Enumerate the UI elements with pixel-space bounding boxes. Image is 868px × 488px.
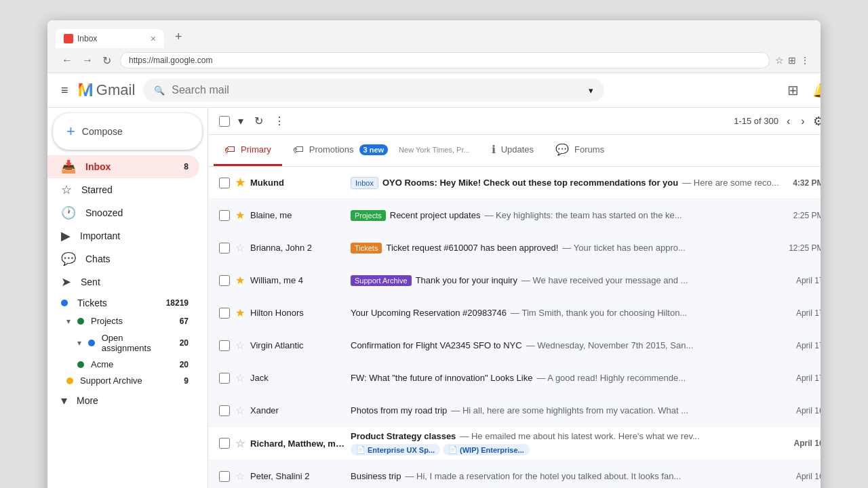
tab-promotions[interactable]: 🏷 Promotions 3 new New York Times, Pr... bbox=[282, 135, 481, 166]
browser-menu-btn[interactable]: ⋮ bbox=[800, 55, 810, 66]
email-time: April 17 bbox=[790, 341, 821, 350]
back-btn[interactable]: ← bbox=[58, 53, 76, 68]
search-dropdown-icon[interactable]: ▾ bbox=[589, 85, 593, 96]
email-time: April 17 bbox=[790, 308, 821, 318]
sidebar-item-snoozed[interactable]: 🕐 Snoozed bbox=[47, 201, 199, 224]
open-assignments-badge: 20 bbox=[180, 338, 189, 348]
tab-forums[interactable]: 💬 Forums bbox=[545, 135, 615, 166]
table-row[interactable]: ☆ Richard, Matthew, me 3 Product Strateg… bbox=[208, 427, 821, 460]
email-checkbox[interactable] bbox=[219, 178, 230, 188]
address-bar[interactable]: https://mail.google.com bbox=[120, 52, 770, 68]
open-assignments-arrow: ▾ bbox=[77, 338, 81, 348]
attachment-chip[interactable]: 📄 (WIP) Enterprise... bbox=[443, 444, 530, 455]
sidebar-item-sent[interactable]: ➤ Sent bbox=[47, 270, 199, 293]
prev-page-btn[interactable]: ‹ bbox=[784, 113, 793, 130]
email-checkbox[interactable] bbox=[219, 438, 230, 449]
select-all-checkbox[interactable] bbox=[219, 116, 230, 127]
email-checkbox[interactable] bbox=[219, 373, 230, 384]
search-bar[interactable]: 🔍 ▾ bbox=[143, 79, 604, 102]
forward-btn[interactable]: → bbox=[79, 53, 96, 68]
doc-icon: 📄 bbox=[356, 445, 366, 454]
email-checkbox[interactable] bbox=[219, 210, 230, 221]
star-icon[interactable]: ☆ bbox=[235, 339, 245, 352]
pagination-text: 1-15 of 300 bbox=[734, 116, 778, 126]
email-list: ★ Mukund Inbox OYO Rooms: Hey Mike! Chec… bbox=[208, 167, 821, 488]
table-row[interactable]: ★ Blaine, me Projects Recent project upd… bbox=[208, 199, 821, 232]
table-row[interactable]: ☆ Virgin Atlantic Confirmation for Fligh… bbox=[208, 329, 821, 362]
email-checkbox[interactable] bbox=[219, 340, 230, 351]
promotions-tab-icon: 🏷 bbox=[293, 144, 304, 156]
new-tab-btn[interactable]: + bbox=[167, 26, 191, 48]
star-icon[interactable]: ☆ bbox=[235, 470, 245, 483]
sidebar-item-more[interactable]: ▾ More bbox=[47, 389, 199, 412]
sidebar-item-starred[interactable]: ☆ Starred bbox=[47, 178, 199, 201]
sidebar-item-acme[interactable]: Acme 20 bbox=[47, 357, 199, 372]
refresh-emails-btn[interactable]: ↻ bbox=[252, 112, 266, 130]
browser-ext-btn[interactable]: ⊞ bbox=[788, 55, 796, 66]
content-area: ▾ ↻ ⋮ 1-15 of 300 ‹ › ⚙ 🏷 bbox=[208, 108, 821, 488]
star-icon[interactable]: ★ bbox=[235, 274, 245, 287]
tab-updates[interactable]: ℹ Updates bbox=[481, 135, 545, 166]
table-row[interactable]: ★ Hilton Honors Your Upcoming Reservatio… bbox=[208, 297, 821, 329]
more-actions-btn[interactable]: ⋮ bbox=[271, 112, 288, 130]
table-row[interactable]: ☆ Peter, Shalini 2 Business trip — Hi, I… bbox=[208, 460, 821, 488]
select-dropdown-btn[interactable]: ▾ bbox=[235, 112, 246, 130]
sent-label: Sent bbox=[81, 277, 100, 287]
star-icon[interactable]: ★ bbox=[235, 306, 245, 319]
settings-btn[interactable]: ⚙ bbox=[813, 114, 821, 129]
tab-close-btn[interactable]: × bbox=[151, 33, 156, 44]
sidebar-item-support-archive[interactable]: Support Archive 9 bbox=[47, 372, 199, 389]
star-icon[interactable]: ★ bbox=[235, 209, 245, 222]
tickets-dot bbox=[61, 300, 68, 306]
sidebar-item-tickets[interactable]: Tickets 18219 bbox=[47, 293, 199, 312]
star-icon[interactable]: ☆ bbox=[235, 404, 245, 417]
email-snippet: — Key highlights: the team has started o… bbox=[484, 210, 682, 220]
email-checkbox[interactable] bbox=[219, 308, 230, 319]
email-body: Product Strategy classes — He emailed me… bbox=[351, 431, 779, 455]
compose-btn[interactable]: + Compose bbox=[53, 113, 202, 150]
sidebar-item-chats[interactable]: 💬 Chats bbox=[47, 247, 199, 270]
gmail-logo: M Gmail bbox=[78, 79, 136, 101]
header-right: ⊞ 🔔 M bbox=[785, 79, 821, 101]
refresh-btn[interactable]: ↻ bbox=[99, 53, 115, 68]
table-row[interactable]: ☆ Xander Photos from my road trip — Hi a… bbox=[208, 394, 821, 427]
email-checkbox[interactable] bbox=[219, 275, 230, 286]
table-row[interactable]: ☆ Jack FW: What "the future of innovatio… bbox=[208, 362, 821, 394]
star-icon[interactable]: ☆ bbox=[235, 371, 245, 384]
notifications-btn[interactable]: 🔔 bbox=[810, 79, 821, 101]
sender-name: Mukund bbox=[250, 178, 345, 188]
chats-label: Chats bbox=[85, 253, 111, 264]
attachment-chip[interactable]: 📄 Enterprise UX Sp... bbox=[351, 444, 440, 455]
table-row[interactable]: ☆ Brianna, John 2 Tickets Ticket request… bbox=[208, 232, 821, 264]
hamburger-btn[interactable]: ≡ bbox=[58, 81, 71, 100]
next-page-btn[interactable]: › bbox=[798, 113, 807, 130]
apps-btn[interactable]: ⊞ bbox=[785, 79, 802, 101]
inbox-badge: 8 bbox=[184, 162, 189, 171]
sidebar-item-inbox[interactable]: 📥 Inbox 8 bbox=[47, 155, 199, 178]
email-checkbox[interactable] bbox=[219, 405, 230, 416]
email-time: 4:32 PM bbox=[790, 178, 821, 188]
browser-tab-inbox[interactable]: Inbox × bbox=[56, 29, 164, 48]
sender-name: William, me 4 bbox=[250, 275, 345, 285]
inbox-label: Inbox bbox=[85, 161, 111, 172]
search-input[interactable] bbox=[172, 84, 582, 96]
email-time: 2:25 PM bbox=[790, 211, 821, 220]
sidebar-item-projects[interactable]: ▾ Projects 67 bbox=[47, 312, 199, 329]
table-row[interactable]: ★ Mukund Inbox OYO Rooms: Hey Mike! Chec… bbox=[208, 167, 821, 199]
sidebar-item-important[interactable]: ▶ Important bbox=[47, 224, 199, 247]
tab-primary[interactable]: 🏷 Primary bbox=[214, 135, 282, 166]
sender-name: Peter, Shalini 2 bbox=[250, 471, 345, 481]
star-icon[interactable]: ☆ bbox=[235, 437, 245, 450]
snoozed-icon: 🕐 bbox=[61, 205, 76, 220]
browser-star-btn[interactable]: ☆ bbox=[775, 55, 784, 66]
toolbar: ▾ ↻ ⋮ 1-15 of 300 ‹ › ⚙ bbox=[208, 108, 821, 135]
acme-dot bbox=[77, 361, 84, 368]
star-icon[interactable]: ☆ bbox=[235, 241, 245, 254]
email-checkbox[interactable] bbox=[219, 471, 230, 482]
snoozed-label: Snoozed bbox=[85, 207, 123, 218]
star-icon[interactable]: ★ bbox=[235, 176, 245, 189]
sidebar-item-open-assignments[interactable]: ▾ Open assignments 20 bbox=[47, 329, 199, 357]
email-snippet: — Hi all, here are some highlights from … bbox=[451, 405, 688, 415]
table-row[interactable]: ★ William, me 4 Support Archive Thank yo… bbox=[208, 264, 821, 297]
email-checkbox[interactable] bbox=[219, 243, 230, 253]
